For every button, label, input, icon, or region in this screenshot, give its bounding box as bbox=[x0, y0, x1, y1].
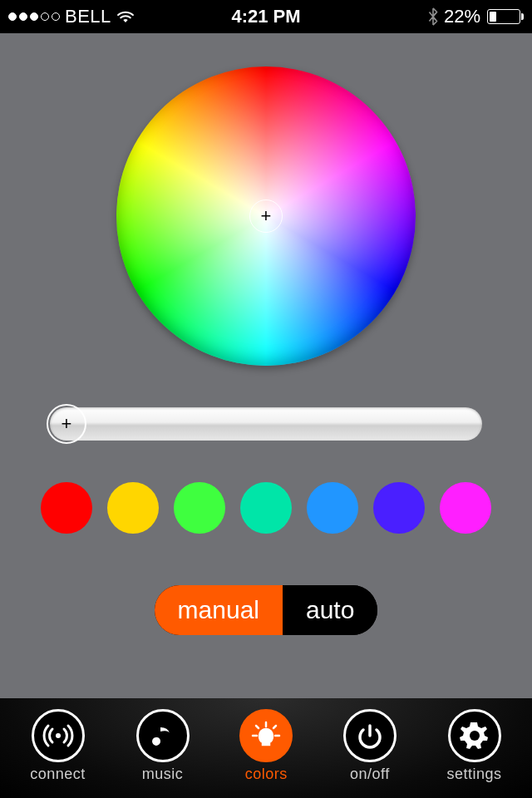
preset-color-row bbox=[41, 482, 491, 534]
tab-music[interactable]: music bbox=[136, 709, 190, 783]
preset-swatch-3[interactable] bbox=[174, 482, 225, 534]
battery-icon bbox=[485, 9, 524, 24]
tab-colors[interactable]: colors bbox=[239, 709, 293, 783]
gear-icon bbox=[448, 709, 501, 762]
color-wheel-cursor[interactable]: + bbox=[249, 200, 283, 233]
slider-track[interactable] bbox=[50, 407, 482, 441]
bluetooth-icon bbox=[427, 7, 439, 26]
main-content: + + manual auto bbox=[0, 33, 532, 698]
mode-option-manual[interactable]: manual bbox=[155, 585, 283, 635]
slider-thumb[interactable]: + bbox=[47, 404, 86, 444]
color-wheel[interactable]: + bbox=[116, 66, 416, 366]
svg-line-3 bbox=[273, 726, 276, 728]
power-icon bbox=[343, 709, 397, 762]
carrier-label: BELL bbox=[65, 6, 111, 27]
tab-bar: connect music colors on/off bbox=[0, 698, 532, 798]
bulb-icon bbox=[239, 709, 293, 762]
status-bar-right: 22% bbox=[427, 6, 524, 27]
svg-point-0 bbox=[56, 733, 61, 738]
preset-swatch-6[interactable] bbox=[373, 482, 425, 534]
brightness-slider[interactable]: + bbox=[50, 407, 482, 441]
tab-onoff[interactable]: on/off bbox=[343, 709, 397, 783]
status-bar: BELL 4:21 PM 22% bbox=[0, 0, 532, 33]
svg-point-7 bbox=[470, 731, 480, 741]
tab-label: settings bbox=[447, 766, 502, 783]
mode-option-auto[interactable]: auto bbox=[283, 585, 377, 635]
status-bar-left: BELL bbox=[8, 6, 135, 27]
mode-toggle[interactable]: manual auto bbox=[155, 585, 378, 635]
clock: 4:21 PM bbox=[231, 6, 300, 27]
tab-connect[interactable]: connect bbox=[30, 709, 86, 783]
signal-icon bbox=[32, 709, 85, 762]
tab-settings[interactable]: settings bbox=[447, 709, 502, 783]
music-note-icon bbox=[136, 709, 190, 762]
svg-line-2 bbox=[256, 726, 259, 728]
preset-swatch-7[interactable] bbox=[440, 482, 491, 534]
battery-percent-label: 22% bbox=[444, 6, 480, 27]
signal-strength-icon bbox=[8, 12, 60, 21]
preset-swatch-2[interactable] bbox=[107, 482, 159, 534]
preset-swatch-4[interactable] bbox=[240, 482, 292, 534]
preset-swatch-5[interactable] bbox=[307, 482, 358, 534]
tab-label: music bbox=[142, 766, 184, 783]
wifi-icon bbox=[116, 10, 135, 23]
tab-label: colors bbox=[245, 766, 288, 783]
preset-swatch-1[interactable] bbox=[41, 482, 92, 534]
tab-label: connect bbox=[30, 766, 86, 783]
tab-label: on/off bbox=[350, 766, 390, 783]
